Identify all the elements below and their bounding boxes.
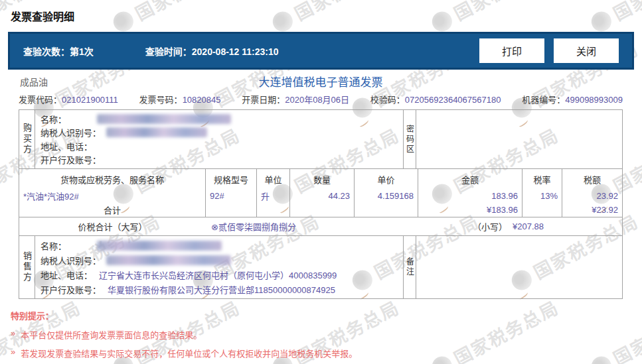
notice-item: » 若发现发票查验结果与实际交易不符，任何单位或个人有权拒收并向当地税务机关举报… <box>11 347 628 359</box>
taxtotal-row: 价税合计（大写） ⊗贰佰零柒圆捌角捌分 （小写） ¥207.88 <box>19 217 623 236</box>
item-amount: 183.96 <box>418 189 522 203</box>
seller-bank-row: 开户行及账号： 华夏银行股份有限公司大连分行营业部118500000008749… <box>40 282 403 296</box>
buyer-bank-label: 开户行及账号： <box>40 153 101 166</box>
invoice-meta-row: 发票代码：021021900111 发票号码：10820845 开票日期：202… <box>19 93 623 105</box>
col-qty: 数量 <box>290 169 355 189</box>
item-taxrate: 13% <box>522 189 562 203</box>
buyer-side-label: 购买方 <box>19 110 35 168</box>
taxtotal-small-value: ¥207.88 <box>513 221 544 231</box>
notice-item: » 本平台仅提供所查询发票票面信息的查验结果。 <box>11 328 628 341</box>
buyer-address-label: 地址、电话： <box>40 140 92 152</box>
total-unit-empty <box>257 203 290 217</box>
seller-address-row: 地址、电话： 辽宁省大连市长兴岛经济区何屯村（原何屯小学）4000835999 <box>40 268 403 282</box>
notice-title: 特别提示： <box>11 309 628 322</box>
item-name: *汽油*汽油92# <box>19 189 206 203</box>
seller-taxid-label: 纳税人识别号： <box>40 254 101 267</box>
check-count-value: 第1次 <box>70 46 94 57</box>
bullet-icon: » <box>11 328 15 341</box>
seller-address-value: 辽宁省大连市长兴岛经济区何屯村（原何屯小学）4000835999 <box>99 269 337 281</box>
buyer-taxid-row: 纳税人识别号： <box>40 126 403 140</box>
bullet-icon: » <box>11 347 15 359</box>
seller-name-row: 名称： <box>40 239 403 253</box>
seller-address-label: 地址、电话： <box>40 269 92 281</box>
check-time-label: 查验时间： <box>145 46 192 57</box>
seller-side-label: 销售方 <box>19 236 35 298</box>
taxtotal-small: （小写） ¥207.88 <box>473 217 544 235</box>
taxtotal-capital: ⊗贰佰零柒圆捌角捌分 <box>211 220 296 233</box>
machine-number: 机器编号：499098993009 <box>522 93 623 105</box>
invoice-date: 开票日期：2020年08月06日 <box>242 93 349 105</box>
buyer-name-row: 名称： <box>40 112 403 126</box>
invoice-title: 大连增值税电子普通发票 <box>19 73 623 90</box>
invoice-verification-page: 国家税务总局国家税务总局国家税务总局国家税务总局国家税务总局国家税务总局国家税务… <box>0 0 642 364</box>
seller-fields: 名称： 纳税人识别号： 地址、电话： 辽宁省大连市长兴岛经济区何屯村（原何屯小学… <box>35 236 403 298</box>
item-qty: 44.23 <box>290 189 355 203</box>
col-unit: 单位 <box>257 169 290 189</box>
total-qty-empty <box>290 203 355 217</box>
seller-taxid-redacted <box>106 255 231 265</box>
check-time: 查验时间：2020-08-12 11:23:10 <box>145 44 279 58</box>
goods-item-row: *汽油*汽油92# 92# 升 44.23 4.159168 183.96 13… <box>19 189 622 203</box>
seller-bank-label: 开户行及账号： <box>40 283 101 296</box>
verification-topbar: 查验次数：第1次 查验时间：2020-08-12 11:23:10 打印 关闭 <box>8 32 634 70</box>
seller-bank-value: 华夏银行股份有限公司大连分行营业部11850000000874925 <box>108 283 335 296</box>
seller-name-label: 名称： <box>40 239 66 252</box>
total-amount: ¥183.96 <box>418 203 522 217</box>
buyer-name-redacted <box>97 114 231 124</box>
tax-emblem-icon <box>269 8 296 35</box>
goods-table: 货物或应税劳务、服务名称 规格型号 单位 数量 单价 金额 税率 税额 *汽油*… <box>19 169 623 217</box>
total-label: 合计 <box>19 203 206 217</box>
buyer-address-row: 地址、电话： <box>40 139 403 153</box>
item-price: 4.159168 <box>355 189 418 203</box>
col-tax: 税额 <box>562 169 622 189</box>
goods-total-row: 合计 ¥183.96 ¥23.92 <box>19 203 622 217</box>
password-area-label: 密码区 <box>403 110 416 168</box>
remarks-label: 备注 <box>403 236 416 298</box>
tax-emblem-icon <box>428 8 455 35</box>
tax-emblem-icon <box>588 8 615 35</box>
seller-taxid-row: 纳税人识别号： <box>40 253 403 267</box>
check-count-label: 查验次数： <box>23 46 70 57</box>
check-time-value: 2020-08-12 11:23:10 <box>192 46 279 57</box>
total-price-empty <box>355 203 418 217</box>
notice-item-text: 若发现发票查验结果与实际交易不符，任何单位或个人有权拒收并向当地税务机关举报。 <box>21 347 357 359</box>
remarks-area <box>416 236 622 298</box>
total-spec-empty <box>206 203 257 217</box>
buyer-taxid-redacted <box>106 127 207 137</box>
topbar-buttons: 打印 关闭 <box>479 38 619 63</box>
invoice-head: 成品油 大连增值税电子普通发票 <box>19 73 623 90</box>
taxtotal-label: 价税合计（大写） <box>19 220 206 233</box>
col-price: 单价 <box>355 169 418 189</box>
buyer-bank-row: 开户行及账号： <box>40 153 403 167</box>
password-area <box>416 110 622 168</box>
item-tax: 23.92 <box>562 189 622 203</box>
buyer-section: 购买方 名称： 纳税人识别号： 地址、电话： 开户行及账号： <box>19 109 623 169</box>
taxtotal-small-label: （小写） <box>473 220 507 233</box>
close-button[interactable]: 关闭 <box>554 38 619 63</box>
invoice-number: 发票号码：10820845 <box>139 93 221 105</box>
total-taxrate-empty <box>522 203 562 217</box>
goods-header-row: 货物或应税劳务、服务名称 规格型号 单位 数量 单价 金额 税率 税额 <box>19 169 622 189</box>
seller-name-redacted <box>97 241 222 251</box>
page-title: 发票查验明细 <box>11 8 74 24</box>
item-unit: 升 <box>257 189 290 203</box>
item-spec: 92# <box>206 189 257 203</box>
col-spec: 规格型号 <box>206 169 257 189</box>
col-taxrate: 税率 <box>522 169 562 189</box>
print-button[interactable]: 打印 <box>479 38 544 63</box>
check-code: 校验码：07205692364067567180 <box>370 93 501 105</box>
col-amount: 金额 <box>418 169 522 189</box>
buyer-fields: 名称： 纳税人识别号： 地址、电话： 开户行及账号： <box>35 110 403 168</box>
buyer-taxid-label: 纳税人识别号： <box>40 126 101 139</box>
total-tax: ¥23.92 <box>562 203 622 217</box>
special-notice: 特别提示： » 本平台仅提供所查询发票票面信息的查验结果。 » 若发现发票查验结… <box>11 309 628 364</box>
notice-item-text: 本平台仅提供所查询发票票面信息的查验结果。 <box>21 328 202 341</box>
invoice-body: 购买方 名称： 纳税人识别号： 地址、电话： 开户行及账号： <box>19 109 623 299</box>
tax-emblem-icon <box>110 8 137 35</box>
buyer-name-label: 名称： <box>40 113 66 125</box>
invoice-code: 发票代码：021021900111 <box>19 93 118 105</box>
check-count: 查验次数：第1次 <box>23 44 94 58</box>
col-goods-name: 货物或应税劳务、服务名称 <box>19 169 206 189</box>
seller-section: 销售方 名称： 纳税人识别号： 地址、电话： 辽宁省大连市长兴岛经济区何屯村（原… <box>19 236 623 299</box>
